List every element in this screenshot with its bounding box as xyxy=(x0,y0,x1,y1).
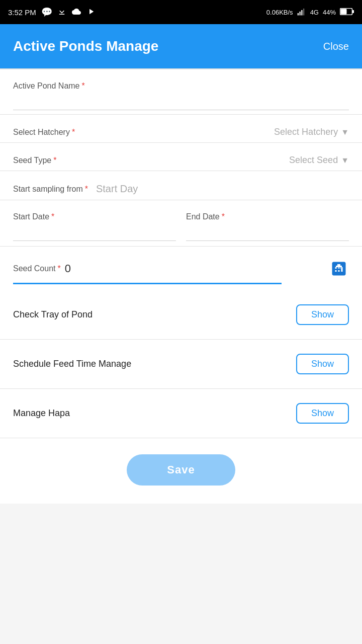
check-tray-label: Check Tray of Pond xyxy=(13,309,93,320)
save-button[interactable]: Save xyxy=(127,454,235,486)
status-bar: 3:52 PM 💬 0.06KB/s 4G 44% xyxy=(0,0,362,24)
seed-type-dropdown[interactable]: Select Seed ▼ xyxy=(289,155,349,166)
seed-count-label: Seed Count * xyxy=(13,264,61,273)
seed-count-left: Seed Count * 0 xyxy=(13,262,71,275)
svg-rect-1 xyxy=(299,12,300,16)
end-date-field: End Date * xyxy=(186,212,349,241)
network-speed: 0.06KB/s xyxy=(266,9,293,16)
select-hatchery-dropdown[interactable]: Select Hatchery ▼ xyxy=(274,127,349,137)
status-right: 0.06KB/s 4G 44% xyxy=(266,8,354,17)
seed-type-required-star: * xyxy=(53,156,56,165)
sampling-required-star: * xyxy=(85,185,88,194)
signal-icon xyxy=(297,8,306,17)
svg-rect-2 xyxy=(301,10,302,16)
network-type: 4G xyxy=(310,9,319,16)
hatchery-required-star: * xyxy=(72,128,75,137)
form-content: Active Pond Name * Select Hatchery * Sel… xyxy=(0,68,362,504)
start-sampling-field: Start sampling from * Start Day xyxy=(0,171,362,200)
manage-hapa-label: Manage Hapa xyxy=(13,408,70,419)
seed-type-field: Seed Type * Select Seed ▼ xyxy=(0,143,362,171)
download-icon xyxy=(57,7,66,18)
date-row: Start Date * End Date * xyxy=(0,200,362,247)
required-star: * xyxy=(82,82,85,91)
start-date-input[interactable] xyxy=(13,223,176,241)
svg-rect-0 xyxy=(297,13,298,16)
seed-count-row: Seed Count * 0 xyxy=(0,247,362,284)
check-tray-section: Check Tray of Pond Show xyxy=(0,290,362,340)
time-display: 3:52 PM xyxy=(8,8,36,17)
active-pond-name-label: Active Pond Name * xyxy=(13,82,349,91)
battery-icon xyxy=(340,8,354,17)
svg-rect-3 xyxy=(303,9,304,16)
schedule-feed-section: Schedule Feed Time Manage Show xyxy=(0,340,362,389)
manage-hapa-section: Manage Hapa Show xyxy=(0,389,362,438)
end-date-input[interactable] xyxy=(186,223,349,241)
check-tray-show-button[interactable]: Show xyxy=(296,304,349,325)
battery-percent: 44% xyxy=(323,9,336,16)
start-sampling-label: Start sampling from * xyxy=(13,185,88,194)
svg-rect-5 xyxy=(352,10,354,13)
manage-hapa-show-button[interactable]: Show xyxy=(296,403,349,424)
start-day-placeholder[interactable]: Start Day xyxy=(96,183,138,195)
start-date-label: Start Date * xyxy=(13,212,176,221)
active-pond-name-input[interactable] xyxy=(13,93,349,110)
play-icon xyxy=(86,7,96,18)
save-button-container: Save xyxy=(0,438,362,504)
hatchery-dropdown-arrow: ▼ xyxy=(341,128,349,137)
status-left: 3:52 PM 💬 xyxy=(8,7,96,18)
select-hatchery-field: Select Hatchery * Select Hatchery ▼ xyxy=(0,115,362,143)
active-pond-name-field: Active Pond Name * xyxy=(0,69,362,115)
cloud-icon xyxy=(71,7,81,18)
schedule-feed-label: Schedule Feed Time Manage xyxy=(13,359,131,369)
calculator-icon[interactable] xyxy=(329,259,349,279)
end-date-required-star: * xyxy=(222,212,225,221)
seed-count-value: 0 xyxy=(65,262,71,275)
select-hatchery-label: Select Hatchery * xyxy=(13,128,75,137)
svg-rect-6 xyxy=(341,9,347,14)
end-date-label: End Date * xyxy=(186,212,349,221)
schedule-feed-show-button[interactable]: Show xyxy=(296,354,349,374)
seed-type-dropdown-arrow: ▼ xyxy=(341,156,349,165)
seed-type-label: Seed Type * xyxy=(13,156,56,165)
start-date-required-star: * xyxy=(51,212,54,221)
seed-count-required-star: * xyxy=(58,264,61,273)
start-date-field: Start Date * xyxy=(13,212,176,241)
close-button[interactable]: Close xyxy=(323,41,349,52)
whatsapp-icon: 💬 xyxy=(41,7,52,18)
seed-count-inner: Seed Count * 0 xyxy=(13,259,349,279)
app-bar: Active Ponds Manage Close xyxy=(0,24,362,68)
page-title: Active Ponds Manage xyxy=(13,38,158,54)
